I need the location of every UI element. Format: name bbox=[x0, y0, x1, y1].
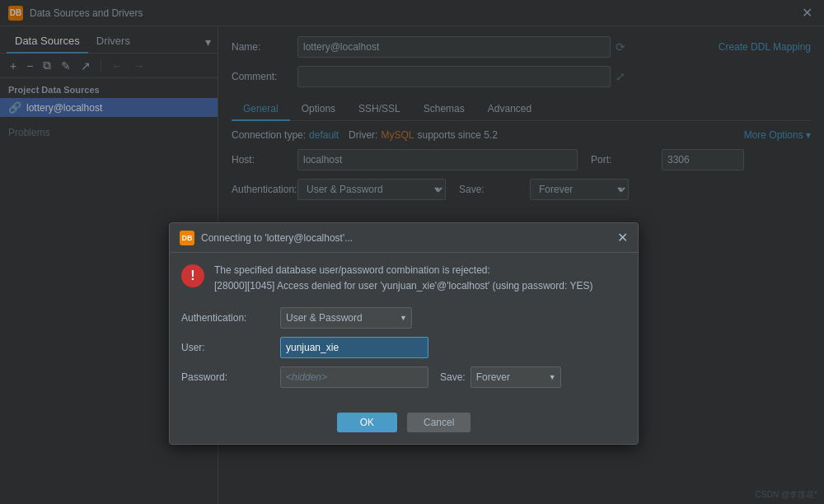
dialog-save-select[interactable]: Forever bbox=[471, 366, 561, 388]
dialog-user-label: User: bbox=[181, 342, 280, 353]
dialog-cancel-button[interactable]: Cancel bbox=[407, 413, 471, 432]
dialog-body: Authentication: User & Password User: Pa… bbox=[170, 301, 638, 406]
dialog-title: Connecting to 'lottery@localhost'... bbox=[201, 232, 617, 244]
dialog-auth-row: Authentication: User & Password bbox=[181, 307, 626, 329]
dialog-save-select-wrapper: Forever bbox=[471, 366, 561, 388]
main-window: DB Data Sources and Drivers ✕ Data Sourc… bbox=[0, 0, 824, 504]
dialog-user-row: User: bbox=[181, 337, 626, 358]
error-icon: ! bbox=[181, 264, 204, 287]
dialog-close-button[interactable]: ✕ bbox=[617, 230, 628, 245]
dialog-save-label: Save: bbox=[440, 371, 466, 383]
dialog-password-row: Password: Save: Forever bbox=[181, 366, 626, 388]
dialog-button-row: OK Cancel bbox=[170, 406, 638, 444]
dialog-user-input[interactable] bbox=[280, 337, 428, 358]
dialog-auth-label: Authentication: bbox=[181, 312, 280, 324]
error-text: The specified database user/password com… bbox=[214, 263, 592, 294]
dialog-error-row: ! The specified database user/password c… bbox=[170, 253, 638, 301]
dialog-overlay: DB Connecting to 'lottery@localhost'... … bbox=[0, 0, 824, 504]
dialog-app-icon: DB bbox=[180, 231, 194, 245]
dialog-auth-select[interactable]: User & Password bbox=[280, 307, 412, 329]
connection-dialog: DB Connecting to 'lottery@localhost'... … bbox=[169, 222, 639, 445]
dialog-ok-button[interactable]: OK bbox=[337, 413, 397, 432]
dialog-auth-select-wrapper: User & Password bbox=[280, 307, 412, 329]
dialog-password-input[interactable] bbox=[280, 366, 428, 388]
dialog-password-label: Password: bbox=[181, 371, 280, 383]
dialog-title-bar: DB Connecting to 'lottery@localhost'... … bbox=[170, 223, 638, 253]
